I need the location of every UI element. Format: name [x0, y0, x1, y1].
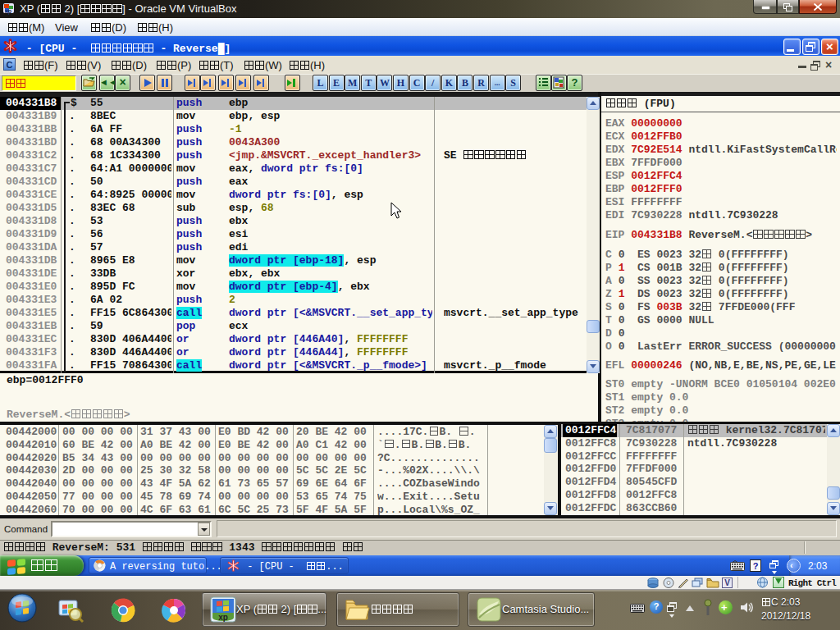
svg-text:xp: xp	[218, 613, 228, 622]
svg-text:xp: xp	[5, 8, 11, 15]
